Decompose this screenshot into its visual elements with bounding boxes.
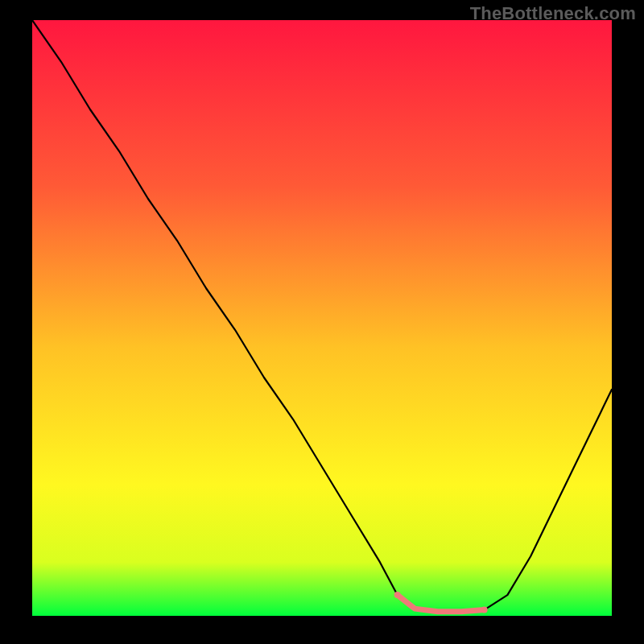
svg-point-1: [394, 592, 401, 598]
chart-frame: TheBottleneck.com: [0, 0, 644, 644]
chart-svg: [0, 0, 644, 644]
plot-background: [32, 20, 612, 616]
svg-point-2: [481, 607, 488, 613]
watermark-label: TheBottleneck.com: [470, 3, 636, 24]
